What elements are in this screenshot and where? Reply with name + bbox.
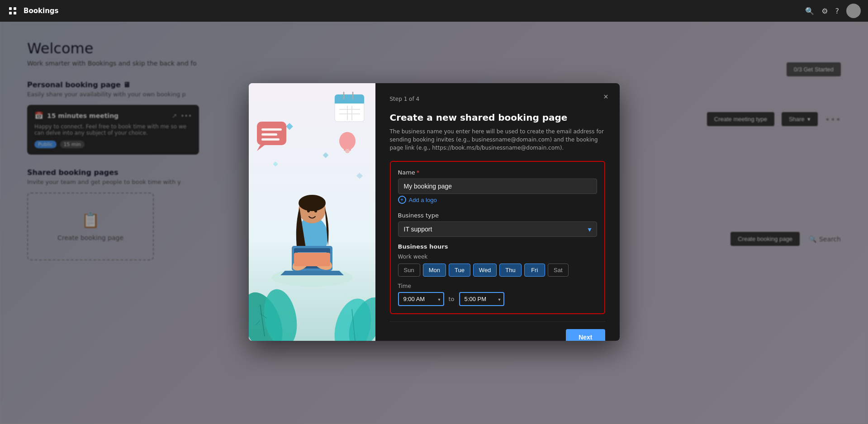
- day-buttons-group: Sun Mon Tue Wed Thu Fri Sat: [398, 264, 597, 277]
- form-area: Name* + Add a logo Business type IT supp…: [390, 161, 605, 314]
- business-type-group: Business type IT support Consulting Heal…: [398, 212, 597, 237]
- grid-icon[interactable]: [7, 5, 18, 16]
- modal-description: The business name you enter here will be…: [390, 127, 605, 152]
- add-logo-button[interactable]: + Add a logo: [398, 194, 437, 206]
- to-label: to: [449, 296, 455, 302]
- add-logo-circle-icon: +: [398, 196, 406, 204]
- business-hours-label: Business hours: [398, 243, 597, 250]
- next-button[interactable]: Next: [566, 329, 605, 341]
- day-fri-button[interactable]: Fri: [524, 264, 545, 277]
- add-logo-label: Add a logo: [409, 197, 437, 203]
- required-indicator: *: [417, 169, 420, 176]
- day-sat-button[interactable]: Sat: [548, 264, 569, 277]
- svg-rect-0: [9, 7, 12, 10]
- search-icon[interactable]: 🔍: [805, 7, 814, 15]
- modal-title: Create a new shared booking page: [390, 112, 605, 123]
- business-type-label: Business type: [398, 212, 597, 219]
- avatar[interactable]: [846, 4, 861, 18]
- svg-rect-1: [14, 7, 16, 10]
- day-wed-button[interactable]: Wed: [473, 264, 497, 277]
- settings-icon[interactable]: ⚙: [821, 7, 828, 15]
- name-label: Name*: [398, 169, 597, 176]
- svg-rect-17: [261, 138, 280, 141]
- modal-illustration: [249, 83, 375, 341]
- name-field-group: Name* + Add a logo: [398, 169, 597, 206]
- day-tue-button[interactable]: Tue: [449, 264, 470, 277]
- step-indicator: Step 1 of 4: [390, 96, 605, 102]
- close-button[interactable]: ×: [600, 90, 612, 103]
- time-to-wrapper: 5:00 PM 4:00 PM 6:00 PM 7:00 PM ▾: [459, 292, 504, 306]
- svg-point-31: [307, 210, 310, 212]
- modal-footer: Next: [390, 321, 605, 341]
- topbar-right: 🔍 ⚙ ?: [805, 4, 861, 18]
- help-icon[interactable]: ?: [835, 7, 840, 15]
- day-mon-button[interactable]: Mon: [423, 264, 446, 277]
- business-type-select-wrapper: IT support Consulting Healthcare Educati…: [398, 221, 597, 237]
- business-hours-group: Business hours Work week Sun Mon Tue Wed…: [398, 243, 597, 306]
- svg-point-30: [299, 195, 326, 211]
- day-sun-button[interactable]: Sun: [398, 264, 420, 277]
- day-thu-button[interactable]: Thu: [499, 264, 521, 277]
- time-from-select[interactable]: 9:00 AM 8:00 AM 7:00 AM 10:00 AM: [398, 292, 444, 306]
- svg-rect-16: [261, 133, 277, 136]
- svg-rect-15: [261, 128, 282, 131]
- topbar: Bookings 🔍 ⚙ ?: [0, 0, 868, 22]
- time-to-select[interactable]: 5:00 PM 4:00 PM 6:00 PM 7:00 PM: [459, 292, 504, 306]
- svg-rect-7: [335, 100, 364, 104]
- svg-rect-3: [14, 12, 16, 14]
- work-week-label: Work week: [398, 254, 597, 260]
- svg-point-32: [314, 210, 317, 212]
- time-from-wrapper: 9:00 AM 8:00 AM 7:00 AM 10:00 AM ▾: [398, 292, 444, 306]
- time-row: 9:00 AM 8:00 AM 7:00 AM 10:00 AM ▾ to 5:…: [398, 292, 597, 306]
- business-type-select[interactable]: IT support Consulting Healthcare Educati…: [398, 221, 597, 237]
- name-input[interactable]: [398, 179, 597, 194]
- modal-content: × Step 1 of 4 Create a new shared bookin…: [375, 83, 620, 341]
- modal-dialog: × Step 1 of 4 Create a new shared bookin…: [249, 83, 620, 341]
- time-label: Time: [398, 283, 597, 289]
- app-title: Bookings: [24, 7, 59, 15]
- svg-point-21: [345, 149, 350, 153]
- svg-rect-41: [294, 253, 330, 266]
- svg-rect-2: [9, 12, 12, 14]
